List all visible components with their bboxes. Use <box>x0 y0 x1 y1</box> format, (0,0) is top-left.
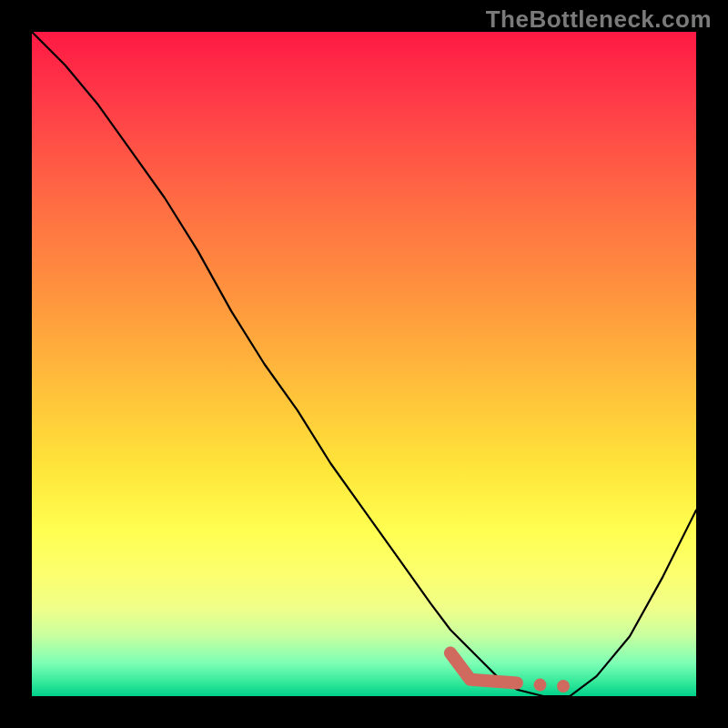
bottleneck-curve <box>32 32 696 696</box>
watermark-text: TheBottleneck.com <box>486 5 712 34</box>
chart-frame: TheBottleneck.com <box>0 0 728 728</box>
plot-area <box>32 32 696 696</box>
highlight-segment <box>450 653 517 683</box>
highlight-marker <box>450 653 570 693</box>
highlight-dot <box>534 679 547 692</box>
highlight-dot <box>557 680 570 693</box>
plot-overlay <box>32 32 696 696</box>
